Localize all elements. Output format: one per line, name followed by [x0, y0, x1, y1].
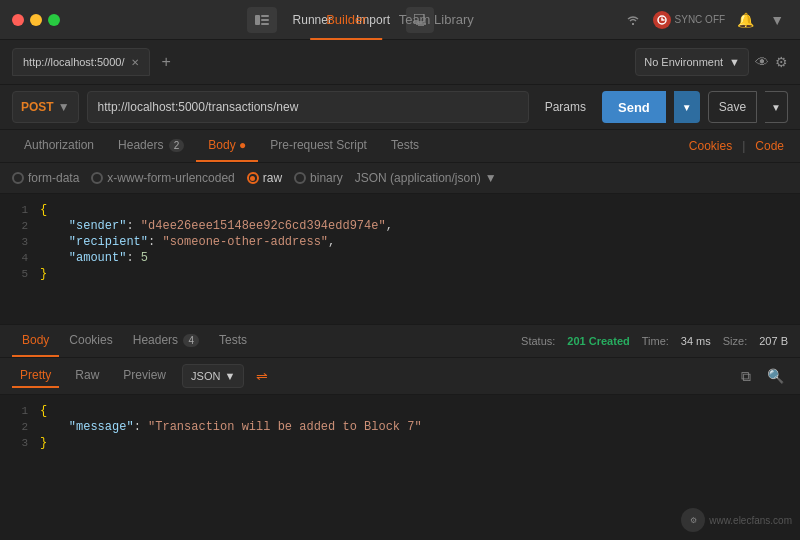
response-format-bar: Pretty Raw Preview JSON ▼ ⇌ ⧉ 🔍	[0, 358, 800, 395]
status-value: 201 Created	[567, 335, 629, 347]
url-tab-close[interactable]: ✕	[131, 57, 139, 68]
svg-rect-2	[261, 19, 269, 21]
form-data-label: form-data	[28, 171, 79, 185]
request-tabs: Authorization Headers 2 Body ● Pre-reque…	[0, 130, 800, 163]
send-dropdown-button[interactable]: ▼	[674, 91, 700, 123]
headers-badge: 2	[169, 139, 185, 152]
svg-rect-1	[261, 15, 269, 17]
watermark-logo: ⚙	[681, 508, 705, 532]
res-tab-headers[interactable]: Headers 4	[123, 325, 209, 357]
tab-builder[interactable]: Builder	[310, 0, 382, 40]
code-line: 1 {	[0, 202, 800, 218]
option-binary[interactable]: binary	[294, 171, 343, 185]
time-value: 34 ms	[681, 335, 711, 347]
size-value: 207 B	[759, 335, 788, 347]
response-status: Status: 201 Created Time: 34 ms Size: 20…	[521, 335, 788, 347]
method-value: POST	[21, 100, 54, 114]
environment-area: No Environment ▼ 👁 ⚙	[635, 48, 788, 76]
format-pretty[interactable]: Pretty	[12, 364, 59, 388]
response-right-icons: ⧉ 🔍	[737, 366, 788, 387]
code-line: 3 "recipient": "someone-other-address",	[0, 234, 800, 250]
sync-label: SYNC OFF	[675, 14, 726, 25]
method-select[interactable]: POST ▼	[12, 91, 79, 123]
env-icons: 👁 ⚙	[755, 54, 788, 70]
raw-label: raw	[263, 171, 282, 185]
radio-form-data	[12, 172, 24, 184]
option-urlencoded[interactable]: x-www-form-urlencoded	[91, 171, 234, 185]
maximize-button[interactable]	[48, 14, 60, 26]
url-tab-label: http://localhost:5000/	[23, 56, 125, 68]
copy-icon[interactable]: ⧉	[737, 366, 755, 387]
res-tab-cookies[interactable]: Cookies	[59, 325, 122, 357]
status-label: Status:	[521, 335, 555, 347]
code-line: 2 "sender": "d4ee26eee15148ee92c6cd394ed…	[0, 218, 800, 234]
svg-rect-3	[261, 23, 269, 25]
svg-rect-0	[255, 15, 260, 25]
sync-button[interactable]: SYNC OFF	[653, 11, 726, 29]
res-code-line: 3 }	[0, 435, 800, 451]
res-json-chevron-icon: ▼	[224, 370, 235, 382]
option-form-data[interactable]: form-data	[12, 171, 79, 185]
add-tab-button[interactable]: +	[158, 53, 175, 71]
response-area: Body Cookies Headers 4 Tests Status: 201…	[0, 324, 800, 475]
save-button[interactable]: Save	[708, 91, 757, 123]
url-tab[interactable]: http://localhost:5000/ ✕	[12, 48, 150, 76]
time-label: Time:	[642, 335, 669, 347]
sidebar-toggle-button[interactable]	[247, 7, 277, 33]
title-bar: Runner Import Builder Team Library	[0, 0, 800, 40]
json-type-select[interactable]: JSON (application/json) ▼	[355, 171, 497, 185]
format-raw[interactable]: Raw	[67, 364, 107, 388]
wifi-icon[interactable]	[621, 10, 645, 30]
request-body-editor[interactable]: 1 { 2 "sender": "d4ee26eee15148ee92c6cd3…	[0, 194, 800, 324]
chevron-down-icon[interactable]: ▼	[766, 10, 788, 30]
format-preview[interactable]: Preview	[115, 364, 174, 388]
bell-icon[interactable]: 🔔	[733, 10, 758, 30]
cookies-link[interactable]: Cookies	[685, 131, 736, 161]
main-tabs: Builder Team Library	[310, 0, 490, 40]
tab-team-library[interactable]: Team Library	[383, 0, 490, 40]
url-tab-bar: http://localhost:5000/ ✕ + No Environmen…	[0, 40, 800, 85]
send-button[interactable]: Send	[602, 91, 666, 123]
code-line: 4 "amount": 5	[0, 250, 800, 266]
radio-raw	[247, 172, 259, 184]
tab-pre-request[interactable]: Pre-request Script	[258, 130, 379, 162]
res-code-line: 1 {	[0, 403, 800, 419]
res-code-line: 2 "message": "Transaction will be added …	[0, 419, 800, 435]
close-button[interactable]	[12, 14, 24, 26]
response-json-select[interactable]: JSON ▼	[182, 364, 244, 388]
size-label: Size:	[723, 335, 747, 347]
res-tab-body[interactable]: Body	[12, 325, 59, 357]
response-tabs: Body Cookies Headers 4 Tests Status: 201…	[0, 325, 800, 358]
watermark: ⚙ www.elecfans.com	[681, 508, 792, 532]
traffic-lights	[12, 14, 60, 26]
sync-icon	[653, 11, 671, 29]
tab-tests[interactable]: Tests	[379, 130, 431, 162]
params-button[interactable]: Params	[537, 91, 594, 123]
tab-body[interactable]: Body ●	[196, 130, 258, 162]
tab-authorization[interactable]: Authorization	[12, 130, 106, 162]
res-tab-tests[interactable]: Tests	[209, 325, 257, 357]
code-link[interactable]: Code	[751, 131, 788, 161]
eye-icon[interactable]: 👁	[755, 54, 769, 70]
env-value: No Environment	[644, 56, 723, 68]
wrap-icon[interactable]: ⇌	[256, 368, 268, 384]
settings-icon[interactable]: ⚙	[775, 54, 788, 70]
save-dropdown-button[interactable]: ▼	[765, 91, 788, 123]
title-right: SYNC OFF 🔔 ▼	[621, 10, 788, 30]
response-body: 1 { 2 "message": "Transaction will be ad…	[0, 395, 800, 475]
minimize-button[interactable]	[30, 14, 42, 26]
radio-binary	[294, 172, 306, 184]
url-input[interactable]	[87, 91, 529, 123]
radio-urlencoded	[91, 172, 103, 184]
divider: |	[740, 131, 747, 161]
body-options: form-data x-www-form-urlencoded raw bina…	[0, 163, 800, 194]
res-headers-badge: 4	[183, 334, 199, 347]
binary-label: binary	[310, 171, 343, 185]
code-line: 5 }	[0, 266, 800, 282]
tab-headers[interactable]: Headers 2	[106, 130, 196, 162]
environment-select[interactable]: No Environment ▼	[635, 48, 749, 76]
search-icon[interactable]: 🔍	[763, 366, 788, 387]
urlencoded-label: x-www-form-urlencoded	[107, 171, 234, 185]
option-raw[interactable]: raw	[247, 171, 282, 185]
method-chevron-icon: ▼	[58, 100, 70, 114]
